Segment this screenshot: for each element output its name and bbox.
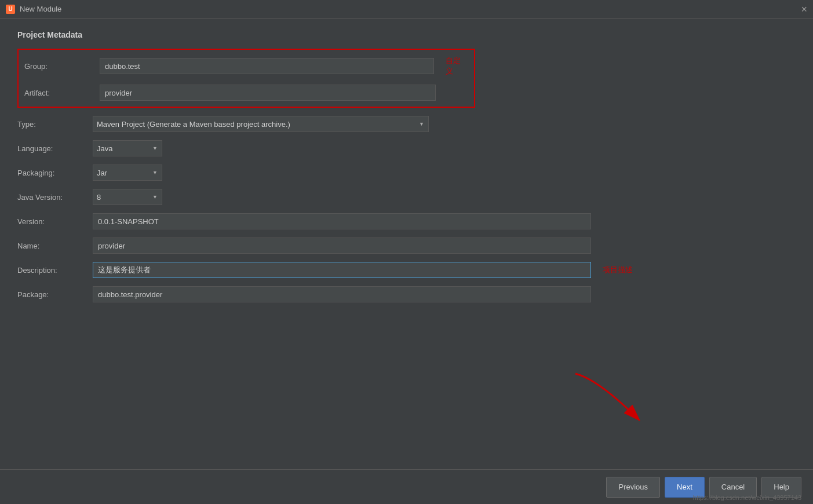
language-select[interactable]: Java Kotlin Groovy xyxy=(93,140,162,156)
package-row: Package: xyxy=(17,286,796,302)
packaging-select-wrapper[interactable]: Jar War xyxy=(93,165,162,181)
title-bar: U New Module × xyxy=(0,0,813,19)
language-row: Language: Java Kotlin Groovy xyxy=(17,140,796,156)
java-version-row: Java Version: 8 11 17 xyxy=(17,189,796,205)
version-row: Version: xyxy=(17,213,796,229)
watermark: https://blog.csdn.net/weixin_43957143 xyxy=(693,494,801,501)
description-row: Description: 项目描述 xyxy=(17,262,796,278)
section-title: Project Metadata xyxy=(17,30,796,39)
type-label: Type: xyxy=(17,120,93,129)
packaging-select[interactable]: Jar War xyxy=(93,165,162,181)
artifact-label: Artifact: xyxy=(24,89,100,97)
description-label: Description: xyxy=(17,266,93,275)
java-version-label: Java Version: xyxy=(17,193,93,202)
bottom-bar: Previous Next Cancel Help xyxy=(0,469,813,504)
java-version-select[interactable]: 8 11 17 xyxy=(93,189,162,205)
name-input[interactable] xyxy=(93,238,591,254)
artifact-input[interactable] xyxy=(100,85,436,101)
close-button[interactable]: × xyxy=(801,4,807,14)
packaging-label: Packaging: xyxy=(17,169,93,177)
main-content: Project Metadata Group: 自定义 Artifact: Ty… xyxy=(0,19,813,504)
arrow-annotation xyxy=(564,368,657,437)
version-label: Version: xyxy=(17,217,93,226)
group-input[interactable] xyxy=(100,58,434,74)
java-version-select-wrapper[interactable]: 8 11 17 xyxy=(93,189,162,205)
group-annotation: 自定义 xyxy=(446,56,468,76)
description-annotation: 项目描述 xyxy=(603,265,633,275)
language-label: Language: xyxy=(17,144,93,153)
language-select-wrapper[interactable]: Java Kotlin Groovy xyxy=(93,140,162,156)
previous-button[interactable]: Previous xyxy=(606,477,660,498)
app-icon: U xyxy=(6,5,15,14)
highlight-box: Group: 自定义 Artifact: xyxy=(17,49,475,108)
type-row: Type: Maven Project (Generate a Maven ba… xyxy=(17,116,796,132)
name-label: Name: xyxy=(17,242,93,250)
version-input[interactable] xyxy=(93,213,591,229)
group-label: Group: xyxy=(24,62,100,71)
group-row: Group: 自定义 xyxy=(24,56,468,76)
type-select-wrapper[interactable]: Maven Project (Generate a Maven based pr… xyxy=(93,116,429,132)
package-label: Package: xyxy=(17,290,93,299)
type-select[interactable]: Maven Project (Generate a Maven based pr… xyxy=(93,116,429,132)
window-title: New Module xyxy=(20,5,61,13)
artifact-row: Artifact: xyxy=(24,85,468,101)
packaging-row: Packaging: Jar War xyxy=(17,165,796,181)
description-input[interactable] xyxy=(93,262,591,278)
package-input[interactable] xyxy=(93,286,591,302)
name-row: Name: xyxy=(17,238,796,254)
